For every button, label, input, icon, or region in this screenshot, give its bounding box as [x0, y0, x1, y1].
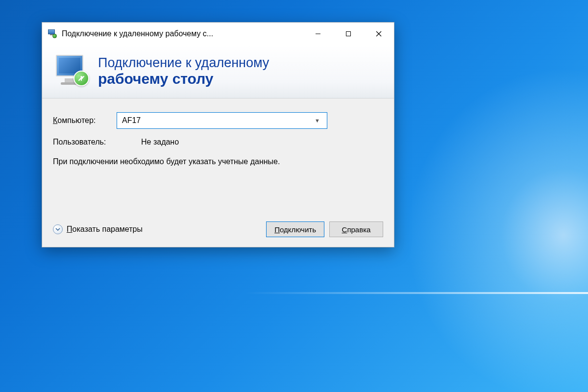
button-group: Подключить Справка — [266, 221, 383, 237]
help-button[interactable]: Справка — [329, 221, 383, 237]
window-title: Подключение к удаленному рабочему с... — [62, 29, 303, 38]
rdp-large-icon — [54, 54, 89, 89]
expand-down-icon — [53, 224, 63, 234]
user-label: Пользователь: — [53, 138, 141, 147]
computer-label: Компьютер: — [53, 116, 117, 125]
header-title: Подключение к удаленному рабочему столу — [98, 55, 269, 87]
rdp-icon — [47, 29, 57, 38]
maximize-button[interactable] — [333, 23, 364, 45]
user-row: Пользователь: Не задано — [53, 138, 383, 147]
title-bar[interactable]: Подключение к удаленному рабочему с... — [42, 23, 394, 45]
chevron-down-icon[interactable]: ▼ — [313, 118, 322, 123]
header-panel: Подключение к удаленному рабочему столу — [42, 45, 394, 98]
show-options-link[interactable]: Показать параметры — [53, 224, 266, 234]
header-line1: Подключение к удаленному — [98, 55, 269, 71]
close-button[interactable] — [364, 23, 394, 45]
computer-row: Компьютер: ▼ — [53, 112, 383, 129]
show-options-label: Показать параметры — [67, 225, 143, 234]
computer-combobox[interactable]: ▼ — [117, 112, 327, 129]
connect-button[interactable]: Подключить — [266, 221, 324, 237]
header-line2: рабочему столу — [98, 71, 269, 87]
bottom-row: Показать параметры Подключить Справка — [53, 221, 383, 237]
user-value: Не задано — [141, 138, 179, 147]
body-panel: Компьютер: ▼ Пользователь: Не задано При… — [42, 98, 394, 247]
credentials-info: При подключении необходимо будет указать… — [53, 156, 308, 167]
minimize-button[interactable] — [303, 23, 333, 45]
svg-rect-1 — [346, 31, 351, 36]
window-controls — [303, 23, 394, 45]
computer-input[interactable] — [122, 116, 313, 125]
rdp-dialog-window: Подключение к удаленному рабочему с... П… — [42, 22, 394, 247]
